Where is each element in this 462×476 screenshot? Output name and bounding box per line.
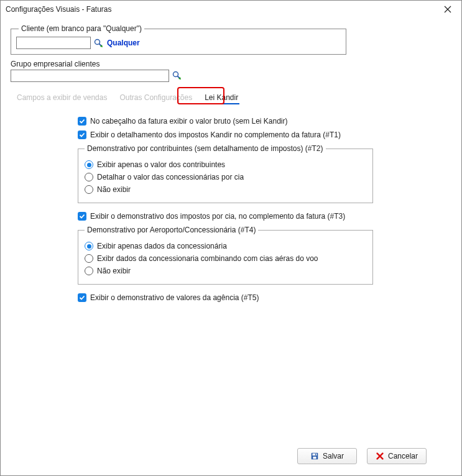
radio-icon bbox=[85, 160, 93, 169]
checkbox-icon bbox=[78, 293, 86, 302]
radio-t4-opt3-label: Não exibir bbox=[97, 267, 131, 275]
radio-t2-opt2[interactable]: Detalhar o valor das concessionárias por… bbox=[85, 173, 366, 181]
footer-buttons: Salvar Cancelar bbox=[297, 448, 427, 464]
grupo-lookup-row bbox=[11, 68, 451, 82]
magnifier-icon bbox=[93, 38, 103, 48]
chk-detalhamento-kandir[interactable]: Exibir o detalhamento dos impostos Kandi… bbox=[78, 130, 439, 139]
cancel-icon bbox=[376, 452, 384, 460]
radio-icon bbox=[85, 254, 93, 263]
cliente-legend: Cliente (em branco para "Qualquer") bbox=[19, 24, 144, 33]
radio-icon bbox=[85, 267, 93, 275]
radio-t4-opt2[interactable]: Exibr dados da concessionaria combinando… bbox=[85, 254, 366, 263]
radio-t4-opt1[interactable]: Exibir apenas dados da concessionária bbox=[85, 242, 366, 250]
tab-bar: Campos a exibir de vendas Outras Configu… bbox=[11, 88, 451, 106]
grupo-label: Grupo empresarial clientes bbox=[11, 60, 451, 68]
group-demo-aeroporto: Demonstrativo por Aeroporto/Concessionár… bbox=[78, 226, 373, 285]
window-close-button[interactable] bbox=[439, 3, 456, 16]
radio-icon bbox=[85, 185, 93, 194]
cliente-input[interactable] bbox=[16, 37, 91, 49]
radio-icon bbox=[85, 173, 93, 181]
cliente-lookup-row: Qualquer bbox=[16, 37, 341, 49]
chk-cabecalho-bruto-label: No cabeçalho da fatura exibir o valor br… bbox=[90, 117, 288, 126]
chk-demo-agencia[interactable]: Exibir o demonstrativo de valores da agê… bbox=[78, 293, 439, 302]
svg-point-5 bbox=[173, 72, 178, 77]
radio-t4-opt2-label: Exibr dados da concessionaria combinando… bbox=[97, 254, 318, 263]
svg-rect-11 bbox=[315, 454, 316, 455]
checkbox-icon bbox=[78, 212, 86, 221]
cancel-button-label: Cancelar bbox=[388, 452, 418, 460]
tabpanel-lei-kandir: No cabeçalho da fatura exibir o valor br… bbox=[11, 106, 451, 313]
checkbox-icon bbox=[78, 130, 86, 139]
radio-t2-opt2-label: Detalhar o valor das concessionárias por… bbox=[97, 173, 244, 181]
grupo-input[interactable] bbox=[11, 70, 169, 82]
chk-demo-impostos-cia-label: Exibir o demonstrativo dos impostos por … bbox=[90, 212, 345, 221]
svg-rect-9 bbox=[312, 454, 316, 456]
radio-t2-opt3-label: Não exibir bbox=[97, 185, 131, 194]
tab-campos-vendas[interactable]: Campos a exibir de vendas bbox=[11, 91, 113, 106]
radio-t2-opt1-label: Exibir apenas o valor dos contribuintes bbox=[97, 160, 225, 169]
cliente-lookup-button[interactable] bbox=[93, 38, 103, 48]
tabs-container: Campos a exibir de vendas Outras Configu… bbox=[11, 88, 451, 106]
save-button[interactable]: Salvar bbox=[297, 448, 357, 464]
save-button-label: Salvar bbox=[323, 452, 344, 460]
radio-t2-opt1[interactable]: Exibir apenas o valor dos contribuintes bbox=[85, 160, 366, 169]
chk-cabecalho-bruto[interactable]: No cabeçalho da fatura exibir o valor br… bbox=[78, 117, 439, 126]
svg-point-2 bbox=[95, 40, 100, 45]
grupo-lookup-button[interactable] bbox=[172, 70, 182, 80]
group-demo-contribuintes: Demonstrativo por contribuintes (sem det… bbox=[78, 144, 373, 203]
radio-t4-opt3[interactable]: Não exibir bbox=[85, 267, 366, 275]
titlebar: Configurações Visuais - Faturas bbox=[1, 1, 461, 18]
cliente-qualquer-label: Qualquer bbox=[107, 39, 140, 47]
radio-t2-opt3[interactable]: Não exibir bbox=[85, 185, 366, 194]
tab-outras-config[interactable]: Outras Configurações bbox=[113, 91, 198, 106]
chk-detalhamento-kandir-label: Exibir o detalhamento dos impostos Kandi… bbox=[90, 130, 341, 139]
chk-demo-agencia-label: Exibir o demonstrativo de valores da agê… bbox=[90, 293, 259, 302]
radio-t4-opt1-label: Exibir apenas dados da concessionária bbox=[97, 242, 227, 250]
window-title: Configurações Visuais - Faturas bbox=[6, 5, 439, 14]
group-demo-contribuintes-legend: Demonstrativo por contribuintes (sem det… bbox=[85, 144, 326, 153]
save-icon bbox=[310, 452, 319, 460]
radio-icon bbox=[85, 242, 93, 250]
cliente-group: Cliente (em branco para "Qualquer") Qual… bbox=[11, 24, 346, 55]
close-icon bbox=[444, 6, 451, 13]
svg-rect-10 bbox=[313, 457, 316, 459]
magnifier-icon bbox=[172, 70, 182, 80]
tab-lei-kandir[interactable]: Lei Kandir bbox=[198, 91, 244, 106]
checkbox-icon bbox=[78, 117, 86, 126]
group-demo-aeroporto-legend: Demonstrativo por Aeroporto/Concessionár… bbox=[85, 226, 258, 234]
svg-line-3 bbox=[99, 44, 102, 47]
cancel-button[interactable]: Cancelar bbox=[367, 448, 427, 464]
chk-demo-impostos-cia[interactable]: Exibir o demonstrativo dos impostos por … bbox=[78, 212, 439, 221]
content-area: Cliente (em branco para "Qualquer") Qual… bbox=[1, 18, 461, 313]
svg-line-6 bbox=[178, 76, 180, 79]
